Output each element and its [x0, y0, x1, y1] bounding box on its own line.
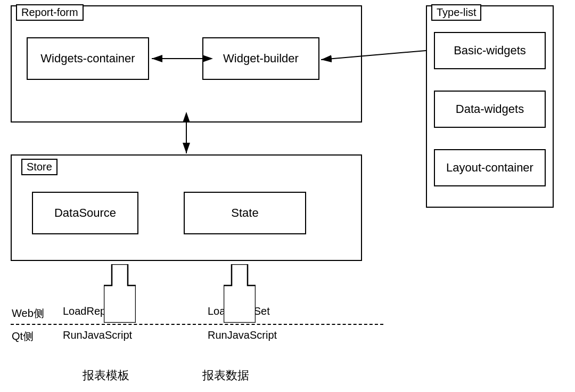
diagram: Report-form Widgets-container Widget-bui…: [0, 0, 575, 392]
report-template-label: 报表模板: [83, 368, 129, 383]
state-box: State: [184, 192, 306, 234]
run-javascript-label-1: RunJavaScript: [63, 329, 132, 341]
hollow-arrow-1: [104, 264, 136, 323]
state-label: State: [231, 206, 258, 220]
web-side-label: Web侧: [12, 306, 44, 321]
layout-container-label: Layout-container: [446, 161, 533, 175]
report-data-label: 报表数据: [202, 368, 249, 383]
data-widgets-label: Data-widgets: [456, 102, 524, 116]
widgets-container-box: Widgets-container: [27, 37, 149, 80]
datasource-label: DataSource: [54, 206, 116, 220]
svg-marker-6: [104, 264, 136, 323]
run-javascript-label-2: RunJavaScript: [208, 329, 277, 341]
layout-container-box: Layout-container: [434, 149, 546, 186]
web-qt-divider: [11, 324, 383, 325]
widgets-container-label: Widgets-container: [40, 52, 135, 66]
type-list-label: Type-list: [431, 4, 481, 21]
report-form-label: Report-form: [16, 4, 84, 21]
svg-marker-7: [224, 264, 256, 323]
datasource-box: DataSource: [32, 192, 138, 234]
data-widgets-box: Data-widgets: [434, 91, 546, 128]
widget-builder-label: Widget-builder: [223, 52, 299, 66]
basic-widgets-box: Basic-widgets: [434, 32, 546, 69]
store-label: Store: [21, 159, 58, 175]
qt-side-label: Qt侧: [12, 329, 34, 344]
hollow-arrow-2: [224, 264, 256, 323]
widget-builder-box: Widget-builder: [202, 37, 319, 80]
basic-widgets-label: Basic-widgets: [454, 44, 526, 58]
